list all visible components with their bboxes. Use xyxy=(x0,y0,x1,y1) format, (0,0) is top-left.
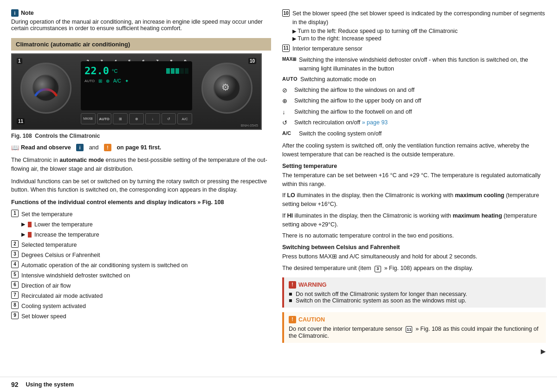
page-footer: 92 Using the system xyxy=(0,377,557,392)
func-text-5: Intensive windshield defroster switched … xyxy=(21,271,130,280)
airflow1-icon: ⊘ xyxy=(282,86,291,95)
book-icon: 📖 xyxy=(11,144,19,151)
footer-text: Using the system xyxy=(26,381,74,388)
arrow-icon: ▶ xyxy=(21,220,25,229)
warning-item-2: ■ Switch on the Climatronic system as so… xyxy=(289,297,541,304)
auto-row: AUTO Switching automatic mode on xyxy=(282,75,546,84)
warning-title: ! WARNING xyxy=(289,281,541,289)
item-10-text: Set the blower speed (the set blower spe… xyxy=(292,9,546,27)
switch-celsius-p1: Press buttons MAX⊞ and A/C simultaneousl… xyxy=(282,252,546,261)
warning-item-1-text: Do not switch off the Climatronic system… xyxy=(296,291,467,297)
caution-text: Do not cover the interior temperature se… xyxy=(289,326,541,339)
item-10-row: 10 Set the blower speed (the set blower … xyxy=(282,9,546,27)
switch-p2-end: » Fig. 108) appears on the display. xyxy=(384,265,473,271)
read-obs-icon-caution: ! xyxy=(104,144,111,151)
panel-btn-auto[interactable]: AUTO xyxy=(97,113,112,124)
ac-display-icon: A/C xyxy=(113,78,121,84)
note-label: Note xyxy=(21,10,34,16)
list-item: 2 Selected temperature xyxy=(11,240,271,250)
functions-header-text: Functions of the individual control elem… xyxy=(11,199,224,206)
list-item: 6 Direction of air flow xyxy=(11,281,271,290)
display-area: 22.0 °C AUTO ⊞ ⊕ xyxy=(81,61,192,110)
func-num-8: 8 xyxy=(11,302,19,309)
func-text-3: Degrees Celsius or Fahrenheit xyxy=(21,251,100,260)
read-observe-suffix: and xyxy=(89,144,99,151)
knob-left[interactable] xyxy=(20,63,71,114)
panel-btn-max[interactable]: MAX⊞ xyxy=(81,113,96,124)
func-text-8: Cooling system activated xyxy=(21,302,86,311)
arrow-icon: ▶ xyxy=(292,28,296,34)
seg-1 xyxy=(166,68,170,74)
caution-box: ! CAUTION Do not cover the interior temp… xyxy=(282,312,546,343)
panel-btn-ac[interactable]: A/C xyxy=(177,113,192,124)
airflow3-row: ↓ Switching the airflow to the footwell … xyxy=(282,108,546,117)
panel-btn-upper[interactable]: ⊕ xyxy=(129,113,144,124)
knob-right[interactable]: ⚙ xyxy=(201,63,253,114)
func-num-2: 2 xyxy=(11,240,19,248)
auto-label: AUTO xyxy=(84,79,95,83)
svg-point-0 xyxy=(33,75,59,101)
recirc-link[interactable]: » page 93 xyxy=(362,119,388,126)
right-column: 10 Set the blower speed (the set blower … xyxy=(282,9,546,372)
list-item: ▶ Lower the temperature xyxy=(21,220,271,229)
panel-buttons: MAX⊞ AUTO ⊞ ⊕ ↓ ↺ A/C xyxy=(81,112,192,125)
func-text-2: Selected temperature xyxy=(21,240,77,250)
airflow2-row: ⊕ Switching the airflow to the upper bod… xyxy=(282,96,546,106)
item-10-sub1-text: Turn to the left: Reduce speed up to tur… xyxy=(298,28,458,34)
read-observe-text: Read and observe xyxy=(21,144,71,151)
recirc-text: Switch recirculation on/off » page 93 xyxy=(294,118,388,127)
panel-btn-recirc[interactable]: ↺ xyxy=(162,113,176,124)
func-text-9: Set blower speed xyxy=(21,312,66,321)
func-num-7: 7 xyxy=(11,291,19,299)
read-obs-icon-note: i xyxy=(76,144,84,151)
after-paragraph: After the cooling system is switched off… xyxy=(282,141,546,159)
airflow1-text: Switching the airflow to the windows on … xyxy=(294,86,415,95)
airflow2-icon: ⊕ xyxy=(282,96,291,106)
func-text-6: Direction of air flow xyxy=(21,281,71,290)
caution-title: ! CAUTION xyxy=(289,316,541,323)
panel-btn-defroster[interactable]: ⊞ xyxy=(113,113,128,124)
panel-btn-foot[interactable]: ↓ xyxy=(145,113,160,124)
switch-celsius-p2: The desired temperature unit (item 3 » F… xyxy=(282,264,546,273)
ac-row: A/C Switch the cooling system on/off xyxy=(282,129,546,138)
knob-right-number: 10 xyxy=(248,58,256,64)
list-item: 8 Cooling system activated xyxy=(11,302,271,311)
seg-4 xyxy=(180,68,184,74)
red-square-increase xyxy=(28,232,32,238)
next-page-arrow[interactable]: ▶ xyxy=(541,347,546,355)
warning-box: ! WARNING ■ Do not switch off the Climat… xyxy=(282,277,546,308)
item-10-sub2-text: Turn to the right: Increase speed xyxy=(298,35,381,42)
page-number: 92 xyxy=(11,381,19,388)
setting-temp-p4: There is no automatic temperature contro… xyxy=(282,231,546,240)
func-num-4: 4 xyxy=(11,261,19,268)
item-11-text: Interior temperature sensor xyxy=(292,45,363,53)
climatronic-title: Climatronic (automatic air conditioning) xyxy=(16,41,130,48)
list-item: 7 Recirculated air mode activated xyxy=(11,291,271,301)
note-box: i Note During operation of the manual ai… xyxy=(11,9,271,32)
caution-title-text: CAUTION xyxy=(298,316,325,323)
func-text-7: Recirculated air mode activated xyxy=(21,291,103,301)
display-top: 22.0 °C xyxy=(84,65,188,77)
func-sub-lower: Lower the temperature xyxy=(34,220,93,229)
note-title: i Note xyxy=(11,9,271,17)
auto-text: Switching automatic mode on xyxy=(300,75,376,84)
ac-text: Switch the cooling system on/off xyxy=(299,129,382,138)
function-list: 1 Set the temperature ▶ Lower the temper… xyxy=(11,210,271,321)
func-num-1: 1 xyxy=(11,210,19,217)
max-text: Switching the intensive windshield defro… xyxy=(299,56,546,73)
warning-title-text: WARNING xyxy=(298,282,326,288)
item-10-sub2: ▶ Turn to the right: Increase speed xyxy=(292,35,546,42)
setting-temp-header: Setting temperature xyxy=(282,163,546,169)
switch-celsius-header: Switching between Celsius and Fahrenheit xyxy=(282,244,546,251)
seg-3 xyxy=(175,68,179,74)
item-10-sub1: ▶ Turn to the left: Reduce speed up to t… xyxy=(292,28,546,34)
airflow2-text: Switching the airflow to the upper body … xyxy=(294,96,421,105)
airflow3-text: Switching the airflow to the footwell on… xyxy=(294,108,412,116)
func-num-11: 11 xyxy=(282,45,290,52)
func-num-5: 5 xyxy=(11,271,19,278)
seg-2 xyxy=(171,68,175,74)
airflow3-icon: ↓ xyxy=(282,108,291,117)
bnh-label: BNH-0545 xyxy=(241,123,258,128)
func-num-6: 6 xyxy=(11,281,19,289)
arrow-icon: ▶ xyxy=(292,36,296,41)
